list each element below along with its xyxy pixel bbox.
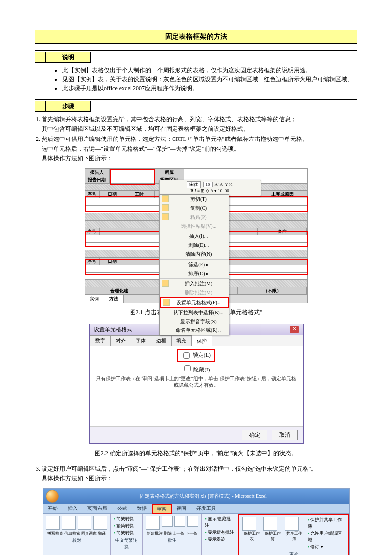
menu-paste-special: 选择性粘贴(V)... bbox=[160, 222, 229, 231]
menu-delete[interactable]: 删除(D)... bbox=[160, 241, 229, 250]
lock-checkbox-highlight: 锁定(L) bbox=[177, 349, 215, 362]
step-text: 然后选中可供用户编辑使用的单元格，选定方法：CRTL+"单击单元格"或者鼠标左击… bbox=[42, 136, 308, 142]
step-text: 其中包含可编辑区域以及不可编辑区域，均可在固定表格框架之前设定好格式。 bbox=[42, 125, 249, 132]
sheet-tab-example[interactable]: 实例 bbox=[85, 295, 104, 303]
group-label: 批注 bbox=[146, 537, 198, 544]
step-text: 首先编辑并将表格框架设置完毕，其中包含表格的行高、列宽、字体格式、表格格式等等的… bbox=[42, 116, 297, 123]
menu-delete-comment: 删除批注(M) bbox=[160, 288, 229, 297]
tab-data[interactable]: 数据 bbox=[132, 504, 152, 513]
cell-date: 日期 bbox=[100, 258, 125, 265]
cancel-button[interactable]: 取消 bbox=[272, 430, 298, 440]
menu-pick-list[interactable]: 从下拉列表中选择(K)... bbox=[160, 308, 229, 317]
research-icon[interactable] bbox=[62, 516, 76, 530]
cell bbox=[110, 169, 154, 176]
cell-unlimited: （不限） bbox=[238, 287, 307, 294]
tab-formula[interactable]: 公式 bbox=[112, 504, 132, 513]
cell bbox=[110, 176, 154, 183]
menu-cut[interactable]: 剪切(T) bbox=[160, 195, 229, 204]
format-icons-row2[interactable]: B I ≡ ⊞ ◇ A ▾ ˚.0 .00 bbox=[190, 188, 229, 193]
format-icon bbox=[163, 299, 170, 306]
prev-comment-icon[interactable] bbox=[174, 516, 185, 527]
new-comment-icon[interactable] bbox=[146, 516, 160, 530]
btn[interactable]: 显示/隐藏批注 bbox=[205, 516, 235, 529]
menu-phonetic[interactable]: 显示拼音字段(S) bbox=[160, 317, 229, 326]
context-menu[interactable]: 剪切(T) 复制(C) 粘贴(P) 选择性粘贴(V)... 插入(I)... 删… bbox=[159, 194, 229, 335]
step-text: 具体操作方法如下图所示： bbox=[42, 155, 113, 162]
tab-view[interactable]: 视图 bbox=[172, 504, 191, 513]
group-label: 更改 bbox=[242, 551, 346, 555]
btn[interactable]: 简繁转换 bbox=[114, 530, 140, 536]
format-icons[interactable]: A˘ A˘ ¥ % bbox=[214, 182, 232, 187]
cell-seq: 序号 bbox=[85, 191, 100, 198]
ok-button[interactable]: 确定 bbox=[242, 430, 267, 440]
office-button[interactable] bbox=[46, 490, 59, 503]
btn[interactable]: 修订 ▾ bbox=[308, 544, 346, 550]
bullet: 见图【实例】表，关于表的设置说明：灰色底色的区域设置为不可编辑区域；红色边框所示… bbox=[54, 75, 357, 84]
tab-align[interactable]: 对齐 bbox=[110, 335, 131, 346]
delete-comment-icon[interactable] bbox=[162, 516, 173, 527]
figure-2-2-format-cells-dialog: 设置单元格格式 ✕ 数字 对齐 字体 边框 填充 保护 锁定(L) 隐藏(I) bbox=[89, 324, 304, 444]
group-comments: 新建批注 删除 上一条 下一条 批注 bbox=[143, 514, 202, 555]
mini-format-toolbar[interactable]: 宋体 10 A˘ A˘ ¥ % B I ≡ ⊞ ◇ A ▾ ˚.0 .00 bbox=[159, 180, 261, 196]
comment-icon bbox=[162, 280, 169, 287]
sheet-tab-method[interactable]: 方法 bbox=[104, 295, 124, 303]
step-2: 然后选中可供用户编辑使用的单元格，选定方法：CRTL+"单击单元格"或者鼠标左击… bbox=[42, 135, 357, 163]
menu-insert[interactable]: 插入(I)... bbox=[160, 232, 229, 241]
menu-paste: 粘贴(P) bbox=[160, 213, 229, 222]
group-label: 校对 bbox=[46, 537, 107, 544]
tab-border[interactable]: 边框 bbox=[151, 335, 172, 346]
tab-review[interactable]: 审阅 bbox=[152, 504, 172, 514]
menu-clear[interactable]: 清除内容(N) bbox=[160, 250, 229, 259]
desc-bullets: 此【实例】表格仅出于个人制作的一个周报形式的表格，仅作为这次固定表格框架的说明用… bbox=[35, 66, 357, 92]
cell-report-date: 报告日期 bbox=[85, 176, 110, 183]
group-changes: 保护工作表 保护工作簿 共享工作簿 保护并共享工作簿 允许用户编辑区域 bbox=[238, 514, 349, 555]
hidden-checkbox-row[interactable]: 隐藏(I) bbox=[182, 367, 210, 372]
menu-insert-comment[interactable]: 插入批注(M) bbox=[160, 279, 229, 288]
dialog-tabs[interactable]: 数字 对齐 字体 边框 填充 保护 bbox=[90, 335, 303, 346]
btn[interactable]: 简繁转换 bbox=[114, 516, 140, 522]
steps-list: 首先编辑并将表格框架设置完毕，其中包含表格的行高、列宽、字体格式、表格格式等等的… bbox=[35, 115, 357, 163]
figure-3-1-ribbon: 固定表格格式的方法和实例.xls [兼容模式] - Microsoft Exce… bbox=[43, 488, 350, 555]
page-title: 固定表格框架的方法 bbox=[35, 30, 357, 44]
tab-fill[interactable]: 填充 bbox=[171, 335, 192, 346]
tab-insert[interactable]: 插入 bbox=[63, 504, 83, 513]
cell-worktime: 工时 bbox=[125, 191, 155, 198]
btn[interactable]: 繁简转换 bbox=[114, 523, 140, 529]
font-select[interactable]: 宋体 bbox=[187, 181, 201, 188]
close-button[interactable]: ✕ bbox=[290, 326, 299, 333]
cell-rationalize: 合理化建 bbox=[85, 287, 154, 294]
menu-format-cells[interactable]: 设置单元格格式(F)... bbox=[160, 297, 229, 308]
ribbon-tabs[interactable]: 开始 插入 页面布局 公式 数据 审阅 视图 开发工具 bbox=[43, 504, 349, 514]
group-show: 显示/隐藏批注 显示所有批注 显示墨迹 bbox=[202, 514, 238, 555]
tab-home[interactable]: 开始 bbox=[43, 504, 63, 513]
step-text: 选中单元格后，右键—"设置单元格格式"—"保护"—去掉"锁定"前的勾选项。 bbox=[42, 145, 240, 152]
tab-dev[interactable]: 开发工具 bbox=[191, 504, 221, 513]
menu-filter[interactable]: 筛选(E) ▸ bbox=[160, 260, 229, 269]
tab-font[interactable]: 字体 bbox=[131, 335, 151, 346]
font-size-select[interactable]: 10 bbox=[203, 182, 213, 187]
figure-2-1-excel-contextmenu: 报告人 所属 报告日期 报告区间 序号 日期 工时 未完成原 bbox=[85, 168, 308, 303]
btn[interactable]: 保护并共享工作簿 bbox=[308, 517, 346, 530]
btn[interactable]: 显示墨迹 bbox=[205, 536, 235, 543]
cell-seq: 序号 bbox=[85, 228, 100, 235]
menu-name-range[interactable]: 命名单元格区域(R)... bbox=[160, 326, 229, 335]
next-comment-icon[interactable] bbox=[187, 516, 198, 527]
bullet: 此【实例】表格仅出于个人制作的一个周报形式的表格，仅作为这次固定表格框架的说明用… bbox=[54, 66, 357, 75]
tab-protect[interactable]: 保护 bbox=[191, 336, 212, 346]
tab-layout[interactable]: 页面布局 bbox=[83, 504, 112, 513]
spellcheck-icon[interactable] bbox=[46, 516, 60, 530]
translate-icon[interactable] bbox=[93, 516, 107, 530]
hidden-checkbox[interactable] bbox=[184, 365, 191, 371]
thesaurus-icon[interactable] bbox=[78, 516, 91, 530]
menu-copy[interactable]: 复制(C) bbox=[160, 204, 229, 213]
share-workbook-icon[interactable] bbox=[285, 517, 299, 531]
protect-workbook-icon[interactable] bbox=[263, 517, 277, 531]
btn[interactable]: 允许用户编辑区域 bbox=[308, 530, 346, 543]
lock-label: 锁定(L) bbox=[193, 352, 211, 358]
lock-checkbox[interactable] bbox=[183, 352, 190, 359]
btn[interactable]: 显示所有批注 bbox=[205, 529, 235, 536]
protect-sheet-icon[interactable] bbox=[242, 517, 256, 531]
menu-sort[interactable]: 排序(O) ▸ bbox=[160, 269, 229, 278]
paste-icon bbox=[162, 213, 169, 220]
tab-number[interactable]: 数字 bbox=[90, 335, 111, 346]
